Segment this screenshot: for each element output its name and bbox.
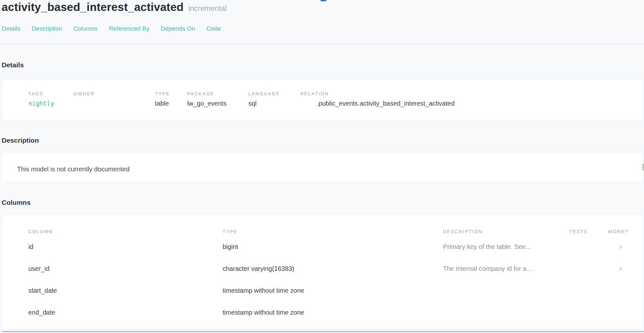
table-row-user-id[interactable]: user_id character varying(16383) The int… <box>28 258 643 280</box>
clipped-link-fragment <box>321 0 326 1</box>
detail-field-relation: RELATION .public_events.activity_based_i… <box>300 91 455 107</box>
column-description: The internal company id for a... <box>443 265 569 272</box>
expand-row-button[interactable]: › <box>608 242 643 251</box>
materialization-badge: incremental <box>188 4 226 13</box>
column-type: timestamp without time zone <box>223 287 443 294</box>
column-name: id <box>28 243 223 251</box>
detail-field-type: TYPE table <box>155 91 170 107</box>
detail-field-owner: OWNER <box>73 91 95 100</box>
description-card: This model is not currently documented <box>2 152 643 182</box>
columns-section: Columns COLUMN TYPE DESCRIPTION TESTS MO… <box>0 198 644 329</box>
columns-table-card: COLUMN TYPE DESCRIPTION TESTS MORE? id b… <box>2 214 643 329</box>
expand-row-button[interactable]: › <box>608 264 643 273</box>
page-edge-artifact <box>642 164 644 171</box>
owner-label: OWNER <box>73 91 95 96</box>
description-heading: Description <box>0 136 644 145</box>
header-divider <box>0 43 644 44</box>
column-header-description: DESCRIPTION <box>443 229 569 234</box>
chevron-right-icon: › <box>619 263 622 274</box>
detail-field-tags: TAGS nightly <box>28 91 54 107</box>
tab-description[interactable]: Description <box>32 25 62 32</box>
chevron-right-icon: › <box>619 241 622 252</box>
language-label: LANGUAGE <box>248 91 280 96</box>
description-text: This model is not currently documented <box>17 166 643 173</box>
type-value: table <box>155 100 170 107</box>
tab-details[interactable]: Details <box>2 25 20 32</box>
table-row-id[interactable]: id bigint Primary key of the table. See.… <box>28 236 643 258</box>
package-value: lw_go_events <box>187 100 226 107</box>
columns-heading: Columns <box>0 198 644 207</box>
details-card: TAGS nightly OWNER TYPE table PACKAGE lw… <box>2 79 643 121</box>
section-tab-nav: Details Description Columns Referenced B… <box>0 25 644 32</box>
column-header-column: COLUMN <box>28 229 223 234</box>
column-name: start_date <box>28 287 223 294</box>
table-row-end-date[interactable]: end_date timestamp without time zone <box>28 301 643 323</box>
table-row-start-date[interactable]: start_date timestamp without time zone <box>28 280 643 301</box>
column-type: character varying(16383) <box>223 265 443 272</box>
package-label: PACKAGE <box>187 91 226 96</box>
tags-label: TAGS <box>28 91 54 96</box>
detail-field-language: LANGUAGE sql <box>248 91 280 107</box>
columns-table-header: COLUMN TYPE DESCRIPTION TESTS MORE? <box>28 227 643 236</box>
viewport-bottom-edge <box>2 331 644 332</box>
detail-field-package: PACKAGE lw_go_events <box>187 91 226 107</box>
description-section: Description This model is not currently … <box>0 136 644 182</box>
relation-label: RELATION <box>300 91 455 96</box>
type-label: TYPE <box>155 91 170 96</box>
details-section: Details TAGS nightly OWNER TYPE table PA… <box>0 61 644 121</box>
column-header-more: MORE? <box>608 229 643 234</box>
tab-referenced-by[interactable]: Referenced By <box>109 25 149 32</box>
tab-depends-on[interactable]: Depends On <box>161 25 195 32</box>
tag-link-nightly[interactable]: nightly <box>28 100 54 107</box>
page-title: activity_based_interest_activated <box>2 1 184 13</box>
column-type: bigint <box>223 243 443 251</box>
tab-code[interactable]: Code <box>206 25 221 32</box>
tab-columns[interactable]: Columns <box>73 25 98 32</box>
column-description: Primary key of the table. See... <box>443 243 569 251</box>
model-header: activity_based_interest_activated increm… <box>0 0 644 14</box>
column-header-type: TYPE <box>223 229 443 234</box>
column-type: timestamp without time zone <box>223 309 443 316</box>
language-value: sql <box>248 100 280 107</box>
column-name: user_id <box>28 265 223 272</box>
column-name: end_date <box>28 309 223 316</box>
details-heading: Details <box>0 61 644 70</box>
relation-value: .public_events.activity_based_interest_a… <box>300 100 455 107</box>
column-header-tests: TESTS <box>569 229 608 234</box>
